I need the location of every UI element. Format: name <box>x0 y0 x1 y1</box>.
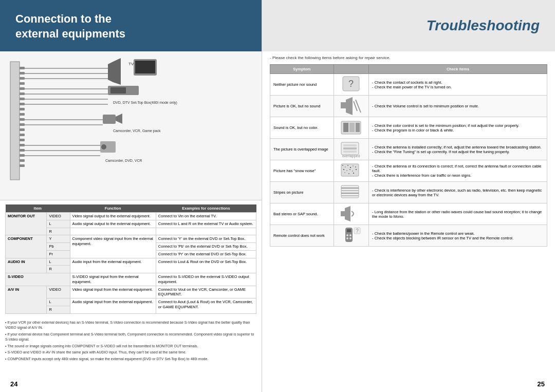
icon-5 <box>334 160 368 182</box>
left-panel: Connection to the external equipments <box>0 0 262 392</box>
svg-rect-12 <box>20 123 25 126</box>
svg-rect-55 <box>349 123 355 132</box>
svg-rect-63 <box>342 165 343 166</box>
svg-rect-71 <box>349 169 350 170</box>
svg-rect-76 <box>353 173 354 174</box>
right-header-text: Troubleshooting <box>427 17 540 34</box>
note-4: • S-VIDEO and VIDEO in AV IN share the s… <box>5 350 256 356</box>
note-5: • COMPONENT inputs accept only 480i vide… <box>5 357 256 362</box>
svg-rect-5 <box>20 87 25 90</box>
svg-rect-0 <box>10 62 20 180</box>
svg-rect-65 <box>347 165 348 166</box>
item-svideo: S-VIDEO <box>6 273 70 286</box>
right-panel: Troubleshooting - Please check the follo… <box>262 0 555 392</box>
svg-rect-54 <box>343 123 348 132</box>
svg-rect-11 <box>20 118 25 121</box>
svg-rect-1 <box>20 67 25 69</box>
svg-rect-13 <box>20 128 25 131</box>
snow-icon <box>340 162 362 180</box>
table-row: COMPONENT Y Component video signal input… <box>6 235 256 243</box>
overlap-icon: overlapped <box>340 140 362 158</box>
trouble-row: Remote control does not work ? <box>270 225 547 247</box>
svg-rect-2 <box>20 72 25 74</box>
svg-marker-25 <box>113 58 121 85</box>
connection-table: Item Function Examples for connections M… <box>5 204 256 314</box>
svg-rect-19 <box>20 159 25 162</box>
col-icon <box>334 65 368 74</box>
trouble-row: The picture is overlapped image overlapp… <box>270 139 547 160</box>
col-symptom: Symptom <box>270 65 334 74</box>
svg-text:?: ? <box>356 228 359 234</box>
svg-rect-68 <box>355 166 356 167</box>
table-row: MONITOR OUT VIDEO Video signal output to… <box>6 213 256 220</box>
svg-rect-70 <box>346 170 347 171</box>
notes-section: • If your VCR (or other external devices… <box>0 318 262 365</box>
svg-marker-83 <box>345 206 350 221</box>
svg-rect-66 <box>350 167 351 168</box>
svg-rect-64 <box>345 166 346 167</box>
svg-rect-4 <box>20 82 25 85</box>
check-6: - Check is interference by other electro… <box>369 182 547 203</box>
svg-rect-34 <box>110 87 126 94</box>
svg-rect-16 <box>20 144 25 146</box>
svg-point-45 <box>101 144 106 150</box>
right-header: Troubleshooting <box>262 0 555 51</box>
remote-icon: ? <box>340 227 362 245</box>
svg-rect-14 <box>20 134 25 136</box>
svg-rect-28 <box>135 61 155 73</box>
svg-rect-9 <box>20 108 25 110</box>
color-icon <box>340 119 362 137</box>
svg-rect-74 <box>344 172 345 173</box>
sound-icon <box>340 205 362 223</box>
svg-point-89 <box>349 237 351 239</box>
svg-rect-3 <box>20 77 25 80</box>
check-8: - Check the batteries/power in the Remot… <box>369 225 547 247</box>
svg-rect-73 <box>356 169 357 170</box>
svg-rect-69 <box>343 169 344 170</box>
note-3: • The sound or image signals coming into… <box>5 344 256 349</box>
symptom-8: Remote control does not work <box>270 225 334 247</box>
symptom-3: Sound is OK, but no color. <box>270 117 334 139</box>
check-5: - Check the antenna or its connection is… <box>369 160 547 182</box>
table-row: AUDIO IN L Audio input from the external… <box>6 258 256 266</box>
trouble-row: Bad stereo or SAP sound. - Long distance… <box>270 203 547 225</box>
svg-rect-38 <box>103 115 116 124</box>
symptom-1: Neither picture nor sound <box>270 74 334 96</box>
svg-line-52 <box>356 100 361 113</box>
trouble-row: Neither picture nor sound ? - Check the … <box>270 74 547 96</box>
svg-rect-6 <box>20 92 25 95</box>
svg-rect-18 <box>20 154 25 157</box>
check-7: - Long distance from the station or othe… <box>369 203 547 225</box>
svg-rect-10 <box>20 113 25 116</box>
connection-table-section: Item Function Examples for connections M… <box>0 200 262 318</box>
check-1: - Check the contact of sockets is all ri… <box>369 74 547 96</box>
icon-4: overlapped <box>334 139 368 160</box>
trouble-row: Stripes on picture - Check is interferen… <box>270 182 547 203</box>
svg-text:overlapped: overlapped <box>342 154 360 158</box>
svg-point-87 <box>349 234 351 236</box>
svg-marker-39 <box>116 114 122 124</box>
stripes-icon <box>340 183 362 201</box>
svg-rect-75 <box>348 173 349 174</box>
left-header-line2: external equipments <box>15 27 125 42</box>
svg-rect-82 <box>341 211 345 216</box>
left-header: Connection to the external equipments <box>0 0 262 51</box>
col-item: Item <box>6 204 70 213</box>
svg-text:Camcorder, DVD, VCR: Camcorder, DVD, VCR <box>105 159 142 162</box>
col-function: Function <box>70 204 156 213</box>
question-icon: ? <box>340 76 362 94</box>
svg-rect-58 <box>343 144 357 146</box>
volume-icon <box>340 97 362 115</box>
item-monitor-out: MONITOR OUT <box>6 213 47 235</box>
svg-point-88 <box>346 237 348 239</box>
left-header-line1: Connection to the <box>15 12 125 27</box>
item-component: COMPONENT <box>6 235 47 258</box>
item-av-in: A/V IN <box>6 286 47 313</box>
check-2: - Check the Volume control is set to min… <box>369 96 547 117</box>
icon-8: ? <box>334 225 368 247</box>
svg-rect-8 <box>20 103 25 105</box>
svg-text:DVD, DTV Set-Top Box(480i mode: DVD, DTV Set-Top Box(480i mode only) <box>113 101 177 105</box>
page-number-left: 24 <box>10 380 17 388</box>
connection-diagram: TV, Audio DVD, DTV Set-Top Box(480i mode… <box>5 54 257 198</box>
trouble-row: Sound is OK, but no color. - Check the c… <box>270 117 547 139</box>
